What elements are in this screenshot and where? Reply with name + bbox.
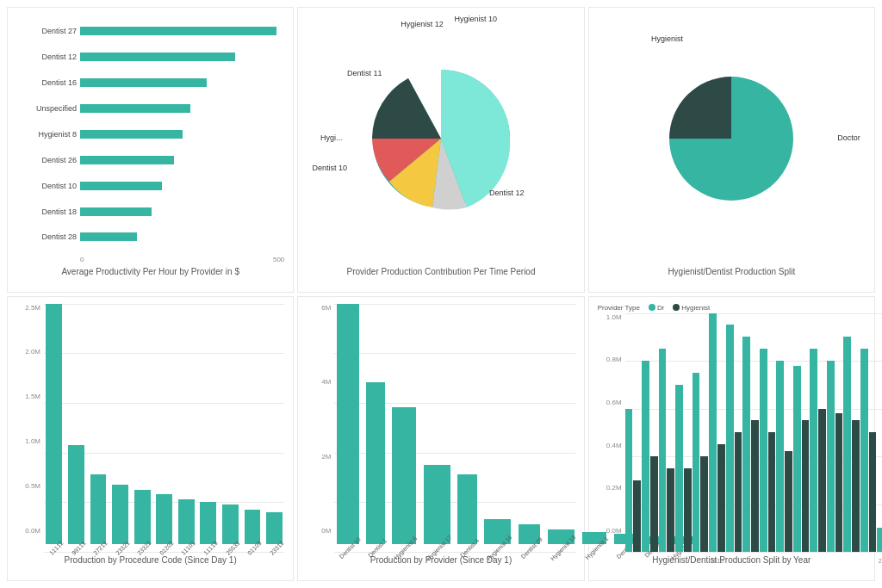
- hyg-bar: [751, 420, 759, 552]
- vbar-group: [642, 313, 658, 553]
- chart3-area: Hygienist Doctor: [598, 15, 866, 263]
- hbar-bar: [80, 182, 162, 190]
- vbar-wrap: 25531: [220, 304, 241, 553]
- chart6-title: Hygienist/Dentist Production Split by Ye…: [598, 552, 866, 565]
- hyg-bar: [717, 444, 725, 552]
- dr-bar: [860, 349, 868, 552]
- hbar-bar-wrap: [80, 207, 284, 216]
- chart4-area: 2.5M2.0M1.5M1.0M0.5M0.0M 111129911127211…: [16, 304, 284, 553]
- hyg-bar: [633, 480, 641, 552]
- vbar-bar: [112, 485, 128, 544]
- pie2-label-dentist10: Dentist 10: [313, 164, 348, 172]
- vbar-group: [693, 313, 709, 553]
- chart5-yaxis: 6M4M2M0M: [307, 304, 331, 535]
- hbar-label: Hygienist 8: [16, 130, 77, 139]
- vbar-wrap: Hygienist 17: [420, 304, 454, 553]
- pie2-label-dentist11: Dentist 11: [347, 69, 382, 77]
- vbar-group: [726, 313, 742, 553]
- hbar-bar: [80, 156, 174, 164]
- hbar-bar: [80, 207, 152, 216]
- hbar-bar: [80, 78, 207, 87]
- chart6-area: 1.0M0.8M0.6M0.4M0.2M0.0M 20102020: [598, 313, 866, 553]
- hbar-bar-wrap: [80, 27, 284, 35]
- dr-bar: [776, 361, 784, 552]
- chart5-container: 6M4M2M0M Dentist 10Dentist 1Hygienist 6H…: [297, 296, 584, 582]
- vbar-group: [810, 313, 826, 553]
- vbar-ylabel: 1.0M: [16, 437, 40, 445]
- dr-bar: [793, 366, 801, 552]
- hbar-row: Dentist 26: [16, 154, 284, 166]
- vbar-bar: [200, 502, 216, 544]
- hbar-bar-wrap: [80, 104, 284, 113]
- vbar-bar: [366, 382, 385, 544]
- hbar-label: Dentist 16: [16, 78, 77, 87]
- hbar-axis: 0500: [16, 256, 284, 263]
- hyg-bar: [735, 432, 742, 552]
- vbar-wrap: 23312: [264, 304, 285, 553]
- vbar-group: [776, 313, 792, 553]
- vbar-bar: [156, 494, 172, 544]
- dr-bar: [877, 528, 882, 552]
- vbar-group: [827, 313, 843, 553]
- hbar-row: Dentist 10: [16, 180, 284, 192]
- dr-bar: [659, 349, 667, 552]
- vbar-wrap: 11112: [44, 304, 65, 553]
- chart4-bars: 1111299111272112332123322012021110111113…: [44, 304, 284, 553]
- dr-bar: [827, 361, 835, 552]
- hbar-bar: [80, 232, 137, 241]
- vbar-wrap: Hygienist 1: [580, 304, 610, 553]
- vbar-bar: [68, 445, 84, 544]
- hbar-bar-wrap: [80, 53, 284, 61]
- chart1-container: Dentist 27Dentist 12Dentist 16Unspecifie…: [7, 7, 294, 293]
- vbar-wrap: 11113: [198, 304, 219, 553]
- vbar-ylabel: 0.0M: [16, 527, 40, 535]
- vbar-ylabel: 2.0M: [16, 348, 40, 356]
- hbar-label: Dentist 27: [16, 27, 77, 35]
- dr-bar: [760, 349, 767, 552]
- vbar-ylabel: 4M: [307, 378, 331, 386]
- hbar-bar-wrap: [80, 78, 284, 87]
- vbar-group: 2020: [877, 313, 882, 553]
- year-label: 2020: [879, 558, 882, 564]
- dr-bar: [625, 409, 633, 553]
- hbar-label: Dentist 26: [16, 156, 77, 164]
- pie3-label-hygienist: Hygienist: [651, 34, 683, 43]
- vbar-wrap: Dentist 4: [456, 304, 480, 553]
- vbar-group: [625, 313, 642, 553]
- vbar-group: 2010: [709, 313, 725, 553]
- chart4-title: Production by Procedure Code (Since Day …: [16, 552, 284, 565]
- hbar-row: Dentist 16: [16, 77, 284, 89]
- hbar-bar-wrap: [80, 156, 284, 164]
- hyg-bar: [835, 413, 843, 552]
- vbar-ylabel: 2.5M: [16, 304, 40, 312]
- hbar-row: Dentist 12: [16, 51, 284, 63]
- vbar-wrap: Hygienist 16: [481, 304, 514, 553]
- vbar-bar: [392, 407, 416, 544]
- vbar-wrap: 01202: [154, 304, 175, 553]
- hbar-label: Unspecified: [16, 104, 77, 113]
- hyg-bar: [768, 432, 776, 552]
- hbar-bar-wrap: [80, 232, 284, 241]
- dr-bar: [726, 325, 734, 552]
- pie3-labels: Hygienist Doctor: [598, 15, 866, 263]
- hyg-bar: [852, 420, 860, 552]
- vbar-wrap: Hygienist 6: [388, 304, 419, 553]
- dr-bar: [675, 385, 683, 552]
- vbar-bar: [424, 465, 450, 544]
- vbar-wrap: 23322: [132, 304, 152, 553]
- pie3-label-doctor: Doctor: [837, 133, 860, 142]
- dr-bar: [709, 313, 717, 553]
- chart5-area: 6M4M2M0M Dentist 10Dentist 1Hygienist 6H…: [307, 304, 575, 553]
- pie3-wrap: Hygienist Doctor: [598, 15, 866, 263]
- hbar-label: Dentist 28: [16, 232, 77, 241]
- hbar-axis-label: 0: [80, 256, 84, 263]
- hbar-row: Dentist 18: [16, 206, 284, 218]
- pie2-label-hygi: Hygi...: [320, 133, 343, 142]
- vbar-ylabel: 1.5M: [16, 393, 40, 400]
- year-label: 2010: [711, 558, 724, 564]
- hyg-bar: [650, 456, 658, 552]
- vbar-bar: [178, 499, 195, 544]
- vbar-wrap: 27211: [88, 304, 109, 553]
- hbar-bar-wrap: [80, 130, 284, 139]
- hbar-label: Dentist 12: [16, 53, 77, 61]
